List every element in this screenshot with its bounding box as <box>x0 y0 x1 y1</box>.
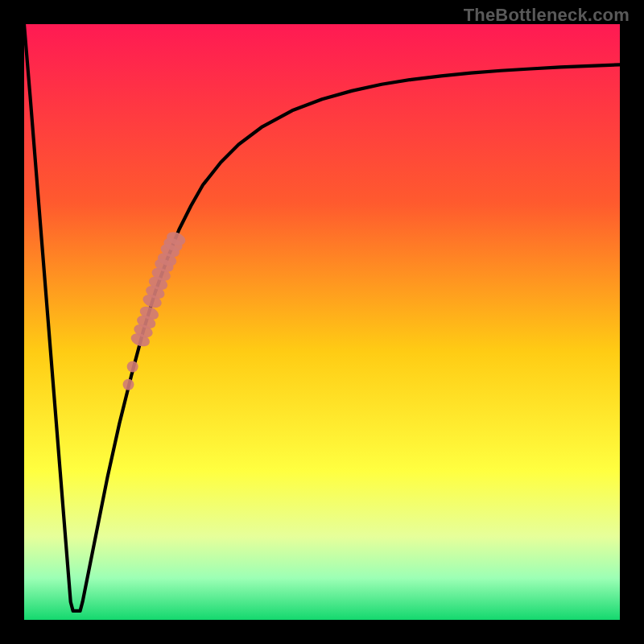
marker-dot <box>123 379 134 390</box>
gradient-background <box>24 24 620 620</box>
chart-svg <box>24 24 620 620</box>
credit-label: TheBottleneck.com <box>464 5 630 26</box>
chart-frame: TheBottleneck.com <box>0 0 644 644</box>
plot-area <box>24 24 620 620</box>
marker-dot <box>127 361 138 373</box>
